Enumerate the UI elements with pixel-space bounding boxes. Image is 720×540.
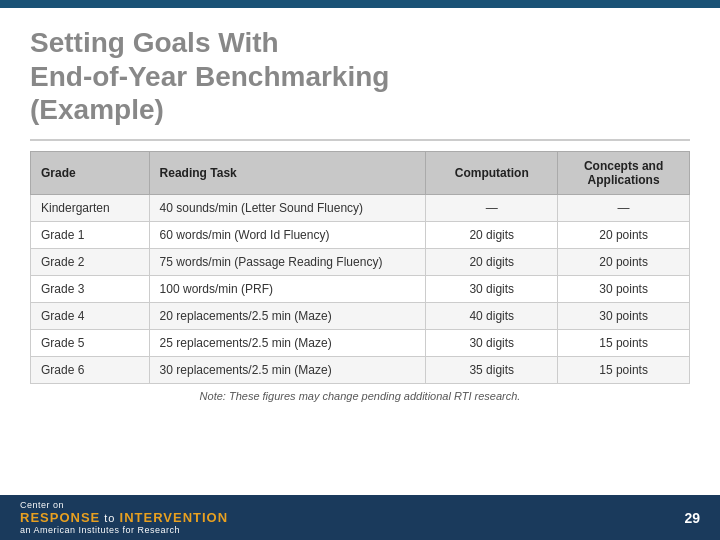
page-title: Setting Goals With End-of-Year Benchmark… xyxy=(30,26,690,127)
footer-logo-line2: RESPONSE to INTERVENTION xyxy=(20,510,228,525)
title-section: Setting Goals With End-of-Year Benchmark… xyxy=(0,8,720,139)
cell-concepts: 30 points xyxy=(558,302,690,329)
table-row: Grade 420 replacements/2.5 min (Maze)40 … xyxy=(31,302,690,329)
footer-page-number: 29 xyxy=(684,510,700,526)
cell-computation: 30 digits xyxy=(426,275,558,302)
footer-to: to xyxy=(100,512,119,524)
cell-concepts: 30 points xyxy=(558,275,690,302)
cell-computation: 35 digits xyxy=(426,356,558,383)
table-row: Grade 525 replacements/2.5 min (Maze)30 … xyxy=(31,329,690,356)
cell-reading: 25 replacements/2.5 min (Maze) xyxy=(149,329,426,356)
benchmarking-table: Grade Reading Task Computation Concepts … xyxy=(30,151,690,384)
table-row: Grade 630 replacements/2.5 min (Maze)35 … xyxy=(31,356,690,383)
table-wrapper: Grade Reading Task Computation Concepts … xyxy=(0,151,720,384)
cell-concepts: — xyxy=(558,194,690,221)
cell-grade: Grade 1 xyxy=(31,221,150,248)
header-grade: Grade xyxy=(31,151,150,194)
header-reading: Reading Task xyxy=(149,151,426,194)
footer-response: RESPONSE xyxy=(20,510,100,525)
footer-logo-line1: Center on xyxy=(20,500,64,510)
cell-concepts: 20 points xyxy=(558,248,690,275)
header-computation: Computation xyxy=(426,151,558,194)
cell-reading: 20 replacements/2.5 min (Maze) xyxy=(149,302,426,329)
cell-grade: Grade 6 xyxy=(31,356,150,383)
table-row: Grade 160 words/min (Word Id Fluency)20 … xyxy=(31,221,690,248)
divider xyxy=(30,139,690,141)
cell-computation: 30 digits xyxy=(426,329,558,356)
footer: Center on RESPONSE to INTERVENTION an Am… xyxy=(0,495,720,540)
cell-computation: 20 digits xyxy=(426,248,558,275)
table-row: Kindergarten40 sounds/min (Letter Sound … xyxy=(31,194,690,221)
cell-grade: Grade 2 xyxy=(31,248,150,275)
note-text: Note: These figures may change pending a… xyxy=(0,384,720,408)
cell-concepts: 20 points xyxy=(558,221,690,248)
cell-reading: 30 replacements/2.5 min (Maze) xyxy=(149,356,426,383)
cell-reading: 75 words/min (Passage Reading Fluency) xyxy=(149,248,426,275)
cell-grade: Grade 5 xyxy=(31,329,150,356)
cell-reading: 100 words/min (PRF) xyxy=(149,275,426,302)
page-container: Setting Goals With End-of-Year Benchmark… xyxy=(0,0,720,540)
footer-logo-line3: an American Institutes for Research xyxy=(20,525,180,535)
table-row: Grade 275 words/min (Passage Reading Flu… xyxy=(31,248,690,275)
cell-reading: 60 words/min (Word Id Fluency) xyxy=(149,221,426,248)
header-concepts: Concepts and Applications xyxy=(558,151,690,194)
top-bar xyxy=(0,0,720,8)
cell-concepts: 15 points xyxy=(558,329,690,356)
cell-concepts: 15 points xyxy=(558,356,690,383)
table-row: Grade 3100 words/min (PRF)30 digits30 po… xyxy=(31,275,690,302)
cell-computation: — xyxy=(426,194,558,221)
cell-grade: Grade 4 xyxy=(31,302,150,329)
cell-computation: 40 digits xyxy=(426,302,558,329)
cell-computation: 20 digits xyxy=(426,221,558,248)
cell-grade: Kindergarten xyxy=(31,194,150,221)
cell-reading: 40 sounds/min (Letter Sound Fluency) xyxy=(149,194,426,221)
table-header-row: Grade Reading Task Computation Concepts … xyxy=(31,151,690,194)
footer-intervention: INTERVENTION xyxy=(120,510,229,525)
footer-logo: Center on RESPONSE to INTERVENTION an Am… xyxy=(20,500,228,535)
cell-grade: Grade 3 xyxy=(31,275,150,302)
